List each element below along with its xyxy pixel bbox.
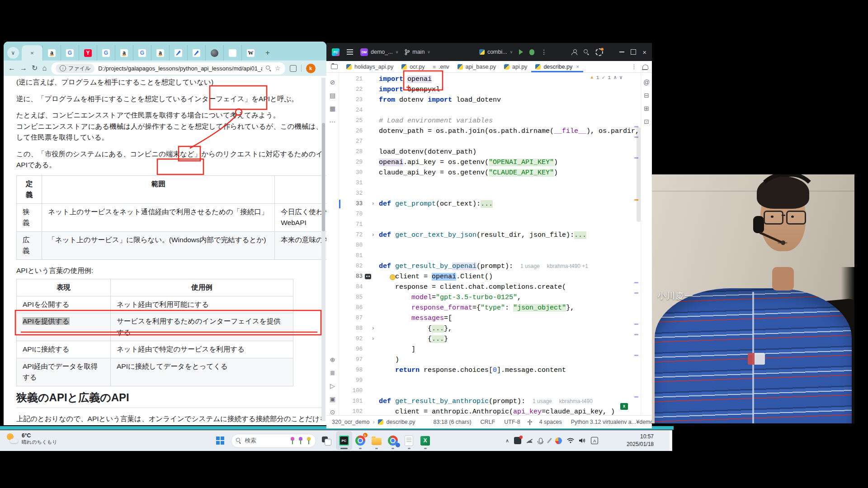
more-actions-icon[interactable] — [541, 48, 547, 56]
taskbar-app-explorer[interactable] — [368, 431, 385, 450]
settings-gear-icon[interactable] — [595, 48, 603, 56]
interpreter[interactable]: Python 3.12 virtualenv a...¥demo_miscell… — [571, 419, 652, 425]
run-button[interactable] — [519, 49, 523, 55]
forward-button[interactable] — [20, 65, 27, 72]
breadcrumb[interactable]: 320_ocr_demo describe.py — [332, 419, 415, 425]
reload-button[interactable] — [32, 65, 38, 72]
close-tab-icon[interactable] — [30, 50, 34, 56]
fold-arrow-icon[interactable]: › — [367, 230, 379, 240]
structure-tool-icon[interactable]: ▤ — [330, 92, 335, 99]
run-tool-icon[interactable]: ▷ — [330, 383, 335, 389]
code-line-99[interactable]: 99 — [339, 375, 641, 386]
code-line-86[interactable]: 86 response_format={"type": "json_object… — [339, 303, 641, 313]
code-line-83[interactable]: 83 client = openai.Client() — [339, 272, 641, 282]
code-line-31[interactable]: 31 — [339, 178, 641, 188]
fold-arrow-icon[interactable]: › — [367, 199, 379, 209]
code-editor[interactable]: 21import openai22import openpyxl23from d… — [339, 73, 641, 415]
new-tab-button[interactable] — [261, 47, 274, 59]
indent-setting[interactable]: 4 spaces — [539, 419, 562, 425]
task-view-button[interactable] — [321, 436, 331, 446]
code-line-71[interactable]: 71 — [339, 220, 641, 230]
browser-tab-microsoft[interactable] — [223, 45, 241, 61]
editor-tab-holidays_api.py[interactable]: holidays_api.py — [342, 61, 397, 72]
code-line-96[interactable]: 96 ] — [339, 344, 641, 355]
browser-tab-pen[interactable] — [169, 45, 187, 61]
code-line-32[interactable]: 32 — [339, 188, 641, 199]
ime-indicator[interactable]: A — [591, 437, 598, 444]
code-line-97[interactable]: 97 ) — [339, 355, 641, 365]
prev-problem-icon[interactable]: ∧ — [613, 74, 617, 80]
file-encoding[interactable]: UTF-8 — [504, 419, 520, 425]
more-tool-icon[interactable]: ⋯ — [330, 118, 336, 125]
close-tab-icon[interactable]: × — [576, 64, 579, 70]
browser-tab-google[interactable]: G — [133, 45, 151, 61]
extensions-icon[interactable] — [290, 65, 297, 72]
encoding-options-icon[interactable] — [529, 419, 530, 425]
color-app-icon[interactable] — [555, 437, 562, 444]
pen-icon[interactable] — [547, 438, 552, 444]
bookmark-star-icon[interactable] — [275, 65, 281, 72]
project-widget[interactable]: DM demo_... — [360, 48, 398, 56]
excel-viewer-icon[interactable]: X — [620, 403, 628, 410]
editor-tab-ocr.py[interactable]: ocr.py — [397, 61, 429, 72]
browser-tab-amazon[interactable]: a — [115, 45, 133, 61]
line-ending[interactable]: CRLF — [481, 419, 495, 425]
browser-scrollbar[interactable] — [321, 78, 326, 421]
code-line-98[interactable]: 98 return response.choices[0].message.co… — [339, 365, 641, 375]
browser-tab-amazon[interactable]: a — [151, 45, 169, 61]
code-line-22[interactable]: 22import openpyxl — [339, 84, 641, 95]
browser-tab-yahoo[interactable]: Y — [79, 45, 97, 61]
folders-tool-icon[interactable]: ▦ — [330, 105, 335, 112]
scrollbar-thumb[interactable] — [322, 123, 325, 231]
code-line-102[interactable]: 102 client = anthropic.Anthropic(api_key… — [339, 407, 641, 415]
notifications-bell-icon[interactable] — [642, 65, 648, 69]
code-line-87[interactable]: 87 messages=[ — [339, 313, 641, 324]
taskbar-app-pycharm[interactable]: PC — [336, 431, 352, 450]
main-menu-icon[interactable] — [347, 52, 353, 52]
browser-tab-google[interactable]: G — [97, 45, 115, 61]
volume-icon[interactable] — [579, 438, 586, 443]
taskbar-app-chrome-k[interactable]: k — [352, 431, 368, 450]
code-line-85[interactable]: 85 model="gpt-3.5-turbo-0125", — [339, 292, 641, 303]
taskbar-clock[interactable]: 10:57 2025/01/18 — [618, 433, 654, 448]
code-line-84[interactable]: 84 response = client.chat.completions.cr… — [339, 282, 641, 292]
onedrive-paused-icon[interactable]: ☁ — [526, 437, 533, 444]
code-line-25[interactable]: 25# Load environment variables — [339, 116, 641, 126]
browser-tab-globe[interactable] — [205, 45, 223, 61]
code-line-24[interactable]: 24 — [339, 105, 641, 116]
browser-tab-amazon[interactable]: a — [42, 45, 61, 61]
weather-widget[interactable]: 6°C 晴れのちくもり — [6, 432, 57, 446]
profile-avatar[interactable]: k — [306, 64, 316, 73]
address-bar[interactable]: i ファイル D:/projects/galapagos_lessons/pyt… — [51, 62, 285, 75]
intention-bulb-icon[interactable] — [390, 274, 396, 280]
editor-tab-describe.py[interactable]: describe.py× — [531, 61, 583, 72]
code-line-30[interactable]: 30claude_api_key = os.getenv("CLAUDE_API… — [339, 168, 641, 178]
database-tool-icon[interactable]: ⊟ — [644, 92, 649, 99]
code-line-88[interactable]: 88› {...}, — [339, 324, 641, 334]
home-button[interactable] — [42, 65, 47, 72]
taskbar-app-excel[interactable]: X — [417, 431, 434, 450]
code-line-33[interactable]: 33›def get_prompt(ocr_text):... — [339, 199, 641, 209]
code-line-29[interactable]: 29openai.api_key = os.getenv("OPENAI_API… — [339, 157, 641, 168]
browser-tab-wikipedia[interactable]: W — [241, 45, 259, 61]
tab-search-button[interactable] — [7, 47, 19, 59]
code-line-26[interactable]: 26dotenv_path = os.path.join(os.path.dir… — [339, 126, 641, 136]
browser-tab-google[interactable]: G — [61, 45, 79, 61]
code-line-23[interactable]: 23from dotenv import load_dotenv — [339, 95, 641, 105]
minimize-button[interactable] — [619, 52, 624, 52]
microphone-icon[interactable] — [539, 438, 542, 443]
code-line-72[interactable]: 72›def get_ocr_text_by_json(result_dir, … — [339, 230, 641, 240]
editor-tab-.env[interactable]: ≡.env — [429, 61, 453, 72]
run-configuration[interactable]: combi... — [479, 49, 513, 55]
gutter-ai-icon[interactable] — [365, 274, 371, 279]
active-browser-tab[interactable] — [22, 45, 42, 61]
sync-tool-icon[interactable]: ⊡ — [644, 118, 649, 125]
url-text[interactable]: D:/projects/galapagos_lessons/python_api… — [98, 65, 262, 72]
frame-tool-icon[interactable]: ▣ — [330, 396, 335, 402]
services-tool-icon[interactable]: ⊕ — [330, 357, 335, 363]
code-line-80[interactable]: 80 — [339, 240, 641, 251]
badged-app-icon[interactable] — [514, 437, 521, 444]
code-line-92[interactable]: 92› {...} — [339, 334, 641, 344]
code-with-me-icon[interactable] — [571, 49, 577, 55]
next-problem-icon[interactable]: ∨ — [619, 74, 623, 80]
